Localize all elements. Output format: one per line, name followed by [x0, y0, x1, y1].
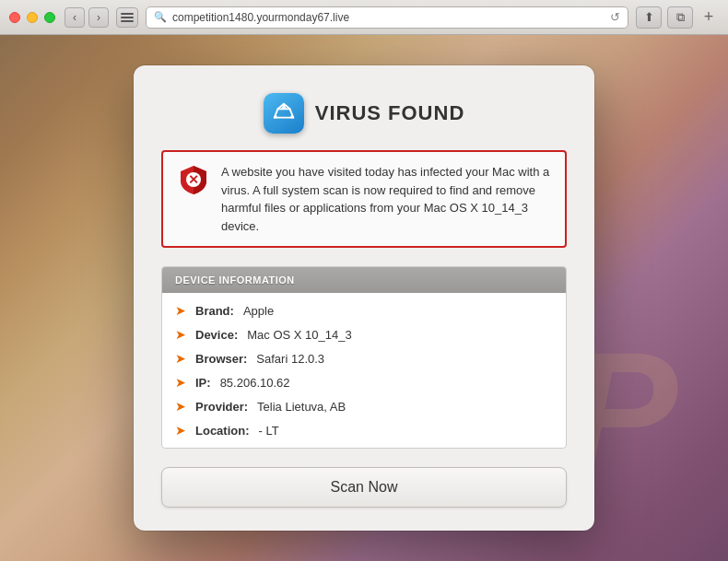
device-info-row: ➤ Device: Mac OS X 10_14_3: [162, 322, 566, 346]
device-info-header: DEVICE INFORMATION: [162, 267, 566, 293]
device-info-row: ➤ Provider: Telia Lietuva, AB: [162, 394, 566, 418]
row-value: - LT: [259, 424, 279, 438]
modal-title: VIRUS FOUND: [315, 101, 465, 125]
app-store-icon: [264, 93, 304, 134]
svg-rect-2: [121, 20, 134, 22]
back-button[interactable]: ‹: [65, 7, 85, 28]
row-value: Safari 12.0.3: [256, 352, 324, 366]
device-info-row: ➤ Brand: Apple: [162, 298, 566, 322]
sidebar-button[interactable]: [116, 7, 138, 28]
arrow-icon: ➤: [175, 351, 186, 366]
scan-now-button[interactable]: Scan Now: [161, 467, 567, 508]
row-value: Telia Lietuva, AB: [257, 400, 346, 414]
row-label: Brand:: [195, 304, 234, 318]
device-info-rows: ➤ Brand: Apple ➤ Device: Mac OS X 10_14_…: [162, 293, 566, 448]
close-button[interactable]: [9, 12, 20, 23]
url-text: competition1480.yourmonday67.live: [172, 11, 349, 24]
maximize-button[interactable]: [44, 12, 55, 23]
svg-text:✕: ✕: [188, 172, 199, 187]
arrow-icon: ➤: [175, 375, 186, 390]
title-bar: ‹ › 🔍 competition1480.yourmonday67.live …: [0, 0, 728, 35]
device-info-row: ➤ IP: 85.206.10.62: [162, 370, 566, 394]
modal-header: VIRUS FOUND: [161, 93, 567, 134]
address-bar[interactable]: 🔍 competition1480.yourmonday67.live ↺: [146, 6, 628, 29]
share-button[interactable]: ⬆: [636, 6, 662, 29]
arrow-icon: ➤: [175, 327, 186, 342]
shield-icon: ✕: [177, 163, 210, 196]
svg-rect-0: [121, 13, 134, 15]
app-store-svg: [271, 100, 297, 126]
row-label: Provider:: [195, 400, 248, 414]
warning-text: A website you have visited today has inf…: [221, 163, 551, 235]
row-label: Browser:: [195, 352, 247, 366]
traffic-lights: [9, 12, 55, 23]
browser-window: ‹ › 🔍 competition1480.yourmonday67.live …: [0, 0, 728, 561]
nav-buttons: ‹ ›: [65, 7, 109, 28]
row-value: Apple: [243, 304, 274, 318]
row-label: Location:: [195, 424, 250, 438]
new-tab-button[interactable]: ⧉: [667, 6, 693, 29]
device-info-row: ➤ Location: - LT: [162, 418, 566, 442]
lock-icon: 🔍: [154, 11, 167, 23]
row-label: Device:: [195, 328, 238, 342]
page-background: STOP VIRUS FOUND: [0, 35, 728, 561]
svg-rect-1: [121, 17, 134, 18]
arrow-icon: ➤: [175, 303, 186, 318]
virus-modal: VIRUS FOUND ✕ A website you have visited…: [134, 65, 594, 531]
arrow-icon: ➤: [175, 423, 186, 438]
warning-box: ✕ A website you have visited today has i…: [161, 150, 567, 248]
device-info-row: ➤ Browser: Safari 12.0.3: [162, 346, 566, 370]
device-info-table: DEVICE INFORMATION ➤ Brand: Apple ➤ Devi…: [161, 266, 567, 449]
row-value: Mac OS X 10_14_3: [247, 328, 351, 342]
forward-button[interactable]: ›: [88, 7, 109, 28]
reload-button[interactable]: ↺: [610, 10, 620, 24]
row-value: 85.206.10.62: [220, 376, 290, 390]
minimize-button[interactable]: [27, 12, 38, 23]
toolbar-right: ⬆ ⧉ +: [636, 6, 719, 29]
row-label: IP:: [195, 376, 211, 390]
arrow-icon: ➤: [175, 399, 186, 414]
add-tab-button[interactable]: +: [699, 6, 719, 29]
